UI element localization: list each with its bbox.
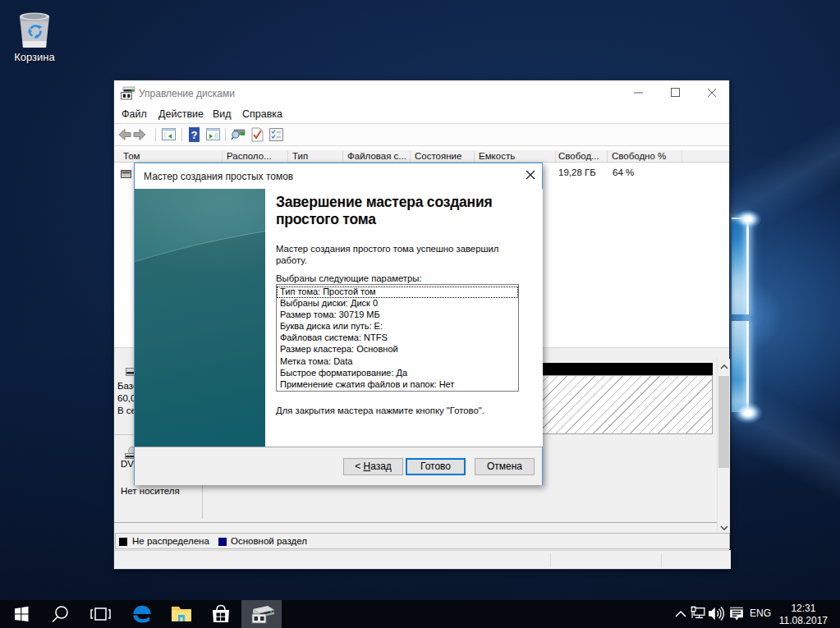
svg-text:?: ? xyxy=(191,129,198,141)
